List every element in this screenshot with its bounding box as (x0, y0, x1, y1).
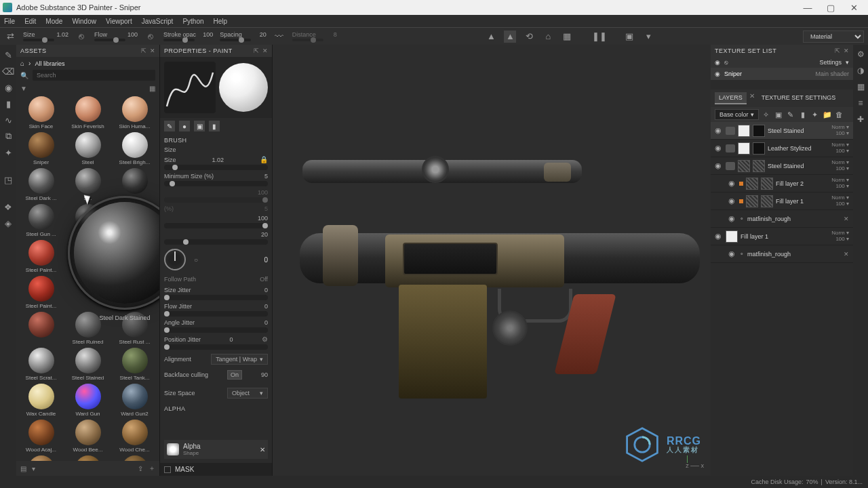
brush-curve[interactable] (164, 62, 216, 113)
asset-item[interactable]: Steel Stained (66, 348, 110, 381)
visibility-icon[interactable]: ◉ (728, 179, 736, 188)
layer-row[interactable]: ◉Steel StainedNorm ▾100 ▾ (711, 157, 853, 175)
fill-tool-icon[interactable]: ▮ (2, 98, 14, 110)
layer-row[interactable]: ◉Fill layer 2Norm ▾100 ▾ (711, 175, 853, 192)
camera-icon[interactable]: ⌂ (542, 30, 554, 43)
pause-icon[interactable]: ❚❚ (593, 30, 606, 43)
settings-label[interactable]: Settings (819, 59, 842, 66)
material-preview-sphere[interactable] (219, 63, 268, 112)
tool-spacing[interactable]: Spacing20 (220, 31, 267, 41)
grid-icon[interactable]: ▦ (561, 30, 573, 43)
asset-item[interactable] (113, 240, 157, 273)
anchor-icon[interactable]: ❖ (2, 201, 14, 213)
size-slider[interactable] (23, 39, 54, 41)
menu-javascript[interactable]: JavaScript (142, 18, 174, 25)
eraser-tool-icon[interactable]: ⌫ (2, 65, 14, 77)
link2-icon[interactable]: ⎋ (144, 30, 157, 43)
flow-jitter[interactable]: Flow Jitter0 (164, 303, 268, 317)
material-channel-select[interactable]: Material (803, 30, 864, 43)
picker-tool-icon[interactable]: ✦ (2, 146, 14, 159)
layer-row[interactable]: ◉⚬matfinish_rough✕ (711, 210, 853, 228)
asset-item[interactable]: Steel Gun ... (19, 204, 63, 237)
layer-row[interactable]: ◉Fill layer 1Norm ▾100 ▾ (711, 192, 853, 210)
tsl-popout-icon[interactable]: ⇱ (835, 47, 841, 54)
tag-icon[interactable]: ◈ (2, 217, 14, 229)
asset-import-icon[interactable]: ⇪ (138, 465, 143, 472)
distance-slider[interactable] (292, 39, 323, 41)
props-close-icon[interactable]: ✕ (262, 47, 269, 54)
prop-spacing[interactable]: 20 (164, 231, 268, 245)
mode-square-icon[interactable]: ▣ (194, 121, 205, 131)
maximize-button[interactable]: ▢ (819, 1, 842, 14)
asset-item[interactable]: Ward Gun (66, 384, 110, 417)
breadcrumb[interactable]: All libraries (35, 60, 64, 67)
follow-path[interactable]: Follow Path Off (164, 274, 268, 284)
asset-item[interactable]: Wood Che... (113, 420, 157, 453)
filter-icon[interactable]: ▼ (20, 85, 27, 92)
size-space-select[interactable]: Size Space Object▾ (164, 386, 268, 400)
visibility-icon[interactable]: ◉ (715, 126, 723, 135)
flow-slider[interactable] (94, 39, 125, 41)
swap-icon[interactable]: ⇄ (4, 30, 16, 43)
texture-set-row[interactable]: ◉ Sniper Main shader (711, 68, 853, 80)
asset-item[interactable]: S... (66, 168, 110, 201)
asset-item[interactable] (66, 276, 110, 309)
asset-item[interactable]: Steel Dark ... (19, 168, 63, 201)
assets-popout-icon[interactable]: ⇱ (141, 47, 147, 54)
asset-item[interactable]: Ward Gun2 (113, 384, 157, 417)
clone-tool-icon[interactable]: ⧉ (2, 130, 14, 142)
brush-tool-icon[interactable]: ✎ (2, 49, 14, 61)
prop-flow[interactable]: 100 (164, 189, 268, 203)
layer-row[interactable]: ◉Fill layer 1Norm ▾100 ▾ (711, 228, 853, 245)
visibility-icon[interactable]: ◉ (715, 144, 723, 152)
render-icon[interactable]: ▣ (623, 30, 635, 43)
backface-cull[interactable]: Backface culling On 90 (164, 369, 268, 381)
visibility-icon[interactable]: ◉ (728, 249, 736, 258)
sym2-icon[interactable]: ▲ (504, 30, 516, 43)
asset-item[interactable]: Steel Paint... (19, 240, 63, 273)
tool-flow[interactable]: Flow100 (94, 31, 138, 41)
asset-item[interactable]: Wood Shi... (19, 455, 63, 461)
alignment-select[interactable]: Alignment Tangent | Wrap▾ (164, 352, 268, 366)
brush-layer-icon[interactable]: ✎ (786, 110, 795, 119)
menu-file[interactable]: File (4, 18, 15, 25)
rt-uv-icon[interactable]: ▦ (855, 81, 866, 92)
visibility-icon[interactable]: ◉ (715, 70, 720, 77)
asset-item[interactable]: Wood Acaj... (19, 420, 63, 453)
gear-icon[interactable]: ⚙ (262, 336, 268, 343)
folder-icon[interactable]: 📁 (823, 110, 832, 119)
mode-dot-icon[interactable]: ● (179, 121, 190, 131)
asset-item[interactable] (66, 240, 110, 273)
menu-window[interactable]: Window (72, 18, 96, 25)
lazy-icon[interactable]: 〰 (273, 30, 285, 43)
position-jitter[interactable]: Position Jitter0⚙ (164, 336, 268, 350)
visibility-icon[interactable]: ◉ (715, 232, 723, 241)
asset-item[interactable] (113, 168, 157, 201)
mode-fill-icon[interactable]: ▮ (209, 121, 220, 131)
angle-jitter[interactable]: Angle Jitter0 (164, 319, 268, 333)
menu-help[interactable]: Help (214, 18, 228, 25)
rt-histogram-icon[interactable]: ◑ (855, 65, 866, 76)
opac-slider[interactable] (163, 39, 195, 41)
size-jitter[interactable]: Size Jitter0 (164, 287, 268, 300)
asset-item[interactable]: Sniper (19, 132, 63, 165)
grid-view-icon[interactable]: ▦ (149, 85, 155, 92)
asset-item[interactable]: Steel (66, 132, 110, 165)
tab-layers[interactable]: LAYERS (715, 92, 747, 104)
tool-distance[interactable]: Distance8 (292, 31, 337, 41)
asset-item[interactable]: Wood Wal... (113, 455, 157, 461)
menu-viewport[interactable]: Viewport (106, 18, 132, 25)
fill-layer-icon[interactable]: ▮ (798, 110, 808, 119)
layer-row[interactable]: ◉Leather StylizedNorm ▾100 ▾ (711, 140, 853, 157)
visibility-icon[interactable]: ◉ (728, 197, 736, 205)
link-all-icon[interactable]: ⎋ (724, 59, 728, 66)
prop-size[interactable]: Size1.02🔒 (164, 156, 268, 170)
asset-opt2-icon[interactable]: ▾ (32, 465, 35, 472)
visibility-icon[interactable]: ◉ (728, 214, 736, 223)
dropdown-icon[interactable]: ▾ (642, 30, 654, 43)
perspective-icon[interactable]: ⟲ (523, 30, 535, 43)
asset-item[interactable]: Wood Shi... (66, 455, 110, 461)
asset-item[interactable]: Steel Rust ... (113, 312, 157, 345)
asset-item[interactable] (113, 204, 157, 237)
menu-python[interactable]: Python (182, 18, 203, 25)
